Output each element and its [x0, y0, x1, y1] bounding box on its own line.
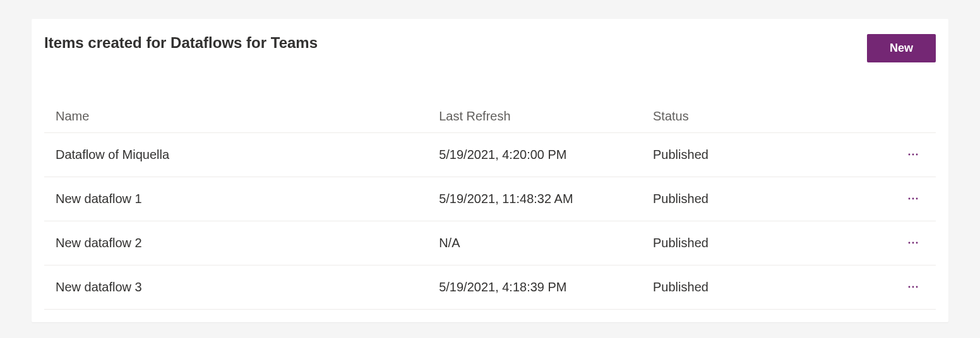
card-header: Items created for Dataflows for Teams Ne… — [32, 19, 948, 62]
svg-point-5 — [916, 198, 918, 200]
more-options-button[interactable] — [902, 190, 924, 207]
more-horizontal-icon — [907, 192, 919, 205]
cell-status: Published — [642, 265, 864, 310]
svg-point-7 — [912, 242, 914, 244]
cell-last-refresh: 5/19/2021, 4:18:39 PM — [427, 265, 642, 310]
cell-actions — [864, 133, 936, 177]
svg-point-3 — [909, 198, 911, 200]
cell-status: Published — [642, 221, 864, 265]
table-header-row: Name Last Refresh Status — [44, 100, 936, 133]
svg-point-2 — [916, 154, 918, 156]
table-row[interactable]: Dataflow of Miquella5/19/2021, 4:20:00 P… — [44, 133, 936, 177]
svg-point-8 — [916, 242, 918, 244]
table-row[interactable]: New dataflow 2N/APublished — [44, 221, 936, 265]
cell-actions — [864, 265, 936, 310]
dataflows-table: Name Last Refresh Status Dataflow of Miq… — [44, 100, 936, 310]
column-header-status[interactable]: Status — [642, 100, 864, 133]
table-row[interactable]: New dataflow 15/19/2021, 11:48:32 AMPubl… — [44, 177, 936, 221]
cell-last-refresh: 5/19/2021, 11:48:32 AM — [427, 177, 642, 221]
column-header-last-refresh[interactable]: Last Refresh — [427, 100, 642, 133]
svg-point-6 — [909, 242, 911, 244]
cell-name: New dataflow 3 — [44, 265, 427, 310]
svg-point-9 — [909, 286, 911, 288]
cell-name: Dataflow of Miquella — [44, 133, 427, 177]
svg-point-11 — [916, 286, 918, 288]
column-header-actions — [864, 100, 936, 133]
table-container: Name Last Refresh Status Dataflow of Miq… — [32, 62, 948, 322]
table-row[interactable]: New dataflow 35/19/2021, 4:18:39 PMPubli… — [44, 265, 936, 310]
cell-last-refresh: N/A — [427, 221, 642, 265]
more-options-button[interactable] — [902, 146, 924, 163]
cell-actions — [864, 177, 936, 221]
page-title: Items created for Dataflows for Teams — [44, 34, 318, 52]
more-options-button[interactable] — [902, 278, 924, 296]
svg-point-10 — [912, 286, 914, 288]
svg-point-0 — [909, 154, 911, 156]
cell-status: Published — [642, 133, 864, 177]
cell-status: Published — [642, 177, 864, 221]
svg-point-4 — [912, 198, 914, 200]
more-horizontal-icon — [907, 148, 919, 161]
dataflows-card: Items created for Dataflows for Teams Ne… — [32, 19, 948, 322]
more-horizontal-icon — [907, 236, 919, 249]
cell-name: New dataflow 1 — [44, 177, 427, 221]
svg-point-1 — [912, 154, 914, 156]
more-options-button[interactable] — [902, 234, 924, 252]
cell-name: New dataflow 2 — [44, 221, 427, 265]
column-header-name[interactable]: Name — [44, 100, 427, 133]
new-button[interactable]: New — [867, 34, 936, 62]
cell-last-refresh: 5/19/2021, 4:20:00 PM — [427, 133, 642, 177]
cell-actions — [864, 221, 936, 265]
more-horizontal-icon — [907, 281, 919, 293]
